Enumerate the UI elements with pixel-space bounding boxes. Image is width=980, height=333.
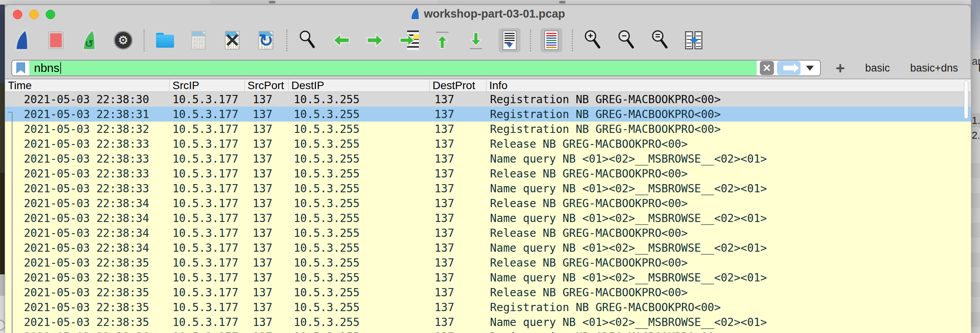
column-header-srcport[interactable]: SrcPort [245,79,289,91]
desktop-wallpaper-left-strip [0,5,5,333]
green-arrow-into-list-icon [398,33,416,47]
filter-dropdown-caret[interactable] [806,66,814,71]
restart-capture-button[interactable]: ↺ [79,28,101,52]
zoom-100-button[interactable]: = [650,28,671,52]
cell-dest_prot: 137 [430,107,486,122]
packet-row[interactable]: 2021-05-03 22:38:3210.5.3.17713710.5.3.2… [5,122,971,136]
packet-row[interactable]: 2021-05-03 22:38:3310.5.3.17713710.5.3.2… [5,166,971,181]
text-cursor [60,62,61,74]
clear-x-icon: ✕ [763,63,771,73]
cell-src_ip: 10.5.3.177 [170,196,245,211]
find-packet-button[interactable] [297,28,319,52]
column-header-destprot[interactable]: DestProt [430,79,486,91]
cell-src_port: 137 [245,196,289,211]
packet-row[interactable]: 2021-05-03 22:38:3410.5.3.17713710.5.3.2… [5,196,971,211]
packet-row[interactable]: 2021-05-03 22:38:3510.5.3.17713710.5.3.2… [5,300,971,315]
packet-row[interactable]: 2021-05-03 22:38:3310.5.3.17713710.5.3.2… [5,151,971,166]
cell-time: 2021-05-03 22:38:33 [5,136,170,151]
packet-list: TimeSrcIPSrcPortDestIPDestProtInfo 2021-… [5,79,971,333]
cell-dest_prot: 137 [430,270,486,285]
auto-scroll-button[interactable] [499,28,521,52]
cell-src_port: 137 [245,181,289,196]
capture-options-button[interactable]: ⚙ [112,28,134,52]
cell-info: Release NB GREG-MACBOOKPRO<00> [486,196,971,211]
cell-dest_prot: 137 [430,300,486,315]
display-filter-field[interactable]: nbns ✕ [11,60,821,76]
cell-dest_prot: 137 [430,226,486,240]
column-header-destip[interactable]: DestIP [289,79,430,91]
packet-row[interactable]: 2021-05-03 22:38:3410.5.3.17713710.5.3.2… [5,240,971,255]
save-file-button[interactable]: 010100110101110 [188,28,210,52]
cell-dest_prot: 137 [430,122,486,136]
cell-src_ip: 10.5.3.177 [170,226,245,240]
cell-time: 2021-05-03 22:38:34 [5,196,170,211]
cell-time: 2021-05-03 22:38:32 [5,122,170,136]
resize-columns-button[interactable] [683,28,705,52]
packet-row[interactable]: 2021-05-03 22:38:3010.5.3.17713710.5.3.2… [5,92,971,107]
cell-src_ip: 10.5.3.177 [170,181,245,196]
cell-info: Registration NB GREG-MACBOOKPRO<00> [486,107,971,122]
cell-dest_ip: 10.5.3.255 [289,196,430,211]
stop-capture-button[interactable] [45,28,67,52]
reload-file-button[interactable]: 010100110101110 ↻ [255,28,277,52]
desktop-wallpaper-corner [971,0,980,50]
go-back-button[interactable] [330,28,352,52]
zoom-out-button[interactable]: − [616,28,638,52]
cell-time: 2021-05-03 22:38:33 [5,181,170,196]
packet-row[interactable]: 2021-05-03 22:38:3610.5.3.17713710.5.3.2… [5,329,971,333]
add-filter-button[interactable]: + [836,60,845,76]
filter-value: nbns [34,61,59,75]
packet-row[interactable]: 2021-05-03 22:38:3510.5.3.17713710.5.3.2… [5,255,971,270]
filter-input[interactable]: nbns [29,61,757,75]
cell-time: 2021-05-03 22:38:33 [5,151,170,166]
cell-src_port: 137 [245,329,289,333]
apply-filter-button[interactable] [777,61,801,75]
packet-row[interactable]: 2021-05-03 22:38:3510.5.3.17713710.5.3.2… [5,270,971,285]
filter-preset-basic+[interactable]: basic+ [978,62,980,74]
packet-row[interactable]: 2021-05-03 22:38:3410.5.3.17713710.5.3.2… [5,211,971,226]
cell-dest_prot: 137 [430,315,486,329]
cell-info: Name query NB <01><02>__MSBROWSE__<02><0… [486,270,971,285]
close-file-icon: 010100110101110 [225,31,240,50]
cell-info: Name query NB <01><02>__MSBROWSE__<02><0… [486,151,971,166]
vertical-scrollbar-thumb[interactable] [964,81,968,119]
cell-info: Name query NB <01><02>__MSBROWSE__<02><0… [486,315,971,329]
cell-info: Release NB GREG-MACBOOKPRO<00> [486,226,971,240]
packet-row[interactable]: 2021-05-03 22:38:3410.5.3.17713710.5.3.2… [5,226,971,240]
main-toolbar: ↺ ⚙ 010100110101110 01010011010111 [5,23,971,57]
cell-time: 2021-05-03 22:38:35 [5,300,170,315]
cell-dest_ip: 10.5.3.255 [289,226,430,240]
cell-time: 2021-05-03 22:38:35 [5,315,170,329]
column-header-srcip[interactable]: SrcIP [170,79,245,91]
colorize-packets-button[interactable] [540,28,562,52]
clear-filter-button[interactable]: ✕ [760,61,774,75]
go-to-packet-button[interactable] [398,28,420,52]
column-header-time[interactable]: Time [5,79,170,91]
cell-src_port: 137 [245,285,289,300]
start-capture-button[interactable] [11,28,33,52]
go-first-packet-button[interactable] [431,28,453,52]
open-folder-icon [156,33,174,48]
filter-bookmark-button[interactable] [12,61,29,75]
packet-row[interactable]: 2021-05-03 22:38:3310.5.3.17713710.5.3.2… [5,181,971,196]
cell-info: Registration NB GREG-MACBOOKPRO<00> [486,92,971,107]
go-last-packet-button[interactable] [465,28,487,52]
open-file-button[interactable] [154,28,176,52]
packet-row[interactable]: 2021-05-03 22:38:3110.5.3.17713710.5.3.2… [5,107,971,122]
close-file-button[interactable]: 010100110101110 ✕ [221,28,243,52]
wireshark-fin-icon [411,8,420,20]
packet-row[interactable]: 2021-05-03 22:38:3510.5.3.17713710.5.3.2… [5,285,971,300]
cell-src_ip: 10.5.3.177 [170,136,245,151]
packet-row[interactable]: 2021-05-03 22:38:3310.5.3.17713710.5.3.2… [5,136,971,151]
zoom-in-button[interactable]: + [582,28,604,52]
filter-preset-basic+dns[interactable]: basic+dns [910,62,958,74]
wireshark-window: workshop-part-03-01.pcap ↺ ⚙ [5,5,971,333]
green-arrow-right-icon [366,32,384,48]
packet-row[interactable]: 2021-05-03 22:38:3510.5.3.17713710.5.3.2… [5,315,971,329]
filter-preset-basic[interactable]: basic [865,62,890,74]
stop-square-icon [49,32,63,48]
reload-file-icon: 010100110101110 [258,31,273,50]
column-header-info[interactable]: Info [486,79,971,91]
go-forward-button[interactable] [364,28,386,52]
resize-columns-icon [685,31,703,49]
